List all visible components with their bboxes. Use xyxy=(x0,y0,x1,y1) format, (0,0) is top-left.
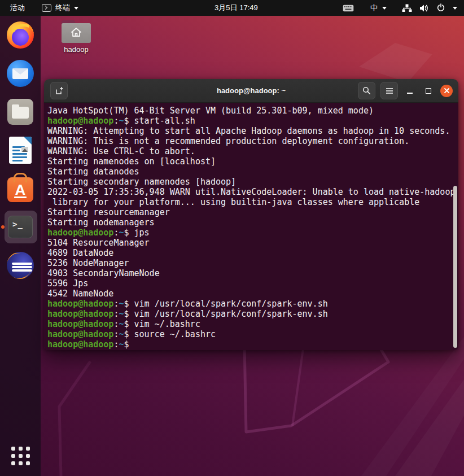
dock-item-show-applications[interactable] xyxy=(0,441,41,470)
firefox-icon xyxy=(7,21,34,49)
terminal-line: hadoop@hadoop:~$ vim /usr/local/spark/co… xyxy=(47,309,458,319)
chevron-down-icon xyxy=(382,7,387,10)
system-menu[interactable] xyxy=(402,3,457,12)
activities-button[interactable]: 活动 xyxy=(8,2,27,14)
new-tab-icon xyxy=(55,86,64,95)
focused-app-menu[interactable]: 终端 xyxy=(42,3,78,13)
dock-item-thunderbird[interactable] xyxy=(0,54,41,93)
keyboard-icon[interactable] xyxy=(343,5,354,12)
desktop: 活动 终端 3月5日 17:49 中 xyxy=(0,0,464,476)
power-icon xyxy=(436,3,445,12)
clock-button[interactable]: 3月5日 17:49 xyxy=(210,0,262,16)
terminal-line: 5104 ResourceManager xyxy=(47,238,458,248)
dock: A >_ xyxy=(0,16,41,476)
terminal-line: 4542 NameNode xyxy=(47,289,458,299)
hamburger-menu-icon xyxy=(386,88,393,94)
desktop-icon-hadoop[interactable]: hadoop xyxy=(54,20,98,54)
ubuntu-software-icon: A xyxy=(7,177,33,202)
terminal-icon: >_ xyxy=(8,216,33,238)
focused-app-name: 终端 xyxy=(55,3,70,13)
network-icon xyxy=(402,4,412,12)
terminal-line: Java HotSpot(TM) 64-Bit Server VM (build… xyxy=(47,106,458,116)
search-button[interactable] xyxy=(358,82,375,99)
dock-item-software[interactable]: A xyxy=(0,169,41,208)
terminal-line: hadoop@hadoop:~$ jps xyxy=(47,228,458,238)
terminal-line: 4903 SecondaryNameNode xyxy=(47,268,458,278)
dock-item-writer[interactable] xyxy=(0,131,41,169)
terminal-line: Starting namenodes on [localhost] xyxy=(47,156,458,167)
new-tab-button[interactable] xyxy=(50,82,68,99)
dock-item-eclipse[interactable] xyxy=(0,246,41,285)
menu-button[interactable] xyxy=(380,82,398,99)
terminal-line: 2022-03-05 17:35:36,948 WARN util.Native… xyxy=(47,187,458,197)
terminal-app-icon xyxy=(42,4,51,12)
clock-label: 3月5日 17:49 xyxy=(215,3,258,13)
close-icon xyxy=(444,88,450,94)
desktop-icon-label: hadoop xyxy=(64,45,88,54)
terminal-line: hadoop@hadoop:~$ vim /usr/local/spark/co… xyxy=(47,299,458,309)
maximize-button[interactable] xyxy=(422,84,435,98)
terminal-line: hadoop@hadoop:~$ source ~/.bashrc xyxy=(47,329,458,339)
maximize-icon xyxy=(426,88,431,94)
terminal-line: Starting resourcemanager xyxy=(47,207,458,217)
terminal-line: Starting nodemanagers xyxy=(47,217,458,228)
running-indicator-dot xyxy=(1,225,5,229)
scrollbar-thumb[interactable] xyxy=(453,186,457,348)
thunderbird-icon xyxy=(7,60,34,87)
files-icon xyxy=(7,99,33,125)
terminal-line: hadoop@hadoop:~$ vim ~/.bashrc xyxy=(47,319,458,329)
terminal-output: Java HotSpot(TM) 64-Bit Server VM (build… xyxy=(47,106,458,350)
terminal-content[interactable]: Java HotSpot(TM) 64-Bit Server VM (build… xyxy=(44,103,458,350)
terminal-window: hadoop@hadoop: ~ xyxy=(44,79,458,350)
input-method-menu[interactable]: 中 xyxy=(370,3,387,13)
terminal-line: hadoop@hadoop:~$ start-all.sh xyxy=(47,116,458,126)
minimize-icon xyxy=(407,93,413,94)
input-method-label: 中 xyxy=(370,3,378,13)
search-icon xyxy=(362,86,371,95)
top-bar: 活动 终端 3月5日 17:49 中 xyxy=(0,0,464,16)
minimize-button[interactable] xyxy=(403,84,417,98)
libreoffice-writer-icon xyxy=(9,137,32,164)
app-grid-icon xyxy=(11,447,30,465)
home-icon xyxy=(70,27,82,38)
home-folder-icon xyxy=(62,20,91,43)
terminal-line: 5236 NodeManager xyxy=(47,258,458,268)
dock-item-terminal[interactable]: >_ xyxy=(0,208,41,246)
terminal-line: WARNING: This is not a recommended produ… xyxy=(47,136,458,146)
terminal-line: 4689 DataNode xyxy=(47,248,458,258)
terminal-line: hadoop@hadoop:~$ xyxy=(47,339,458,350)
close-button[interactable] xyxy=(440,85,453,97)
terminal-line: WARNING: Use CTRL-C to abort. xyxy=(47,146,458,156)
dock-item-files[interactable] xyxy=(0,93,41,131)
terminal-line: 5596 Jps xyxy=(47,278,458,289)
terminal-line: library for your platform... using built… xyxy=(47,197,458,207)
window-titlebar[interactable]: hadoop@hadoop: ~ xyxy=(44,79,458,103)
dock-item-firefox[interactable] xyxy=(0,16,41,54)
eclipse-icon xyxy=(7,252,34,279)
terminal-line: Starting datanodes xyxy=(47,167,458,177)
chevron-down-icon xyxy=(453,7,457,10)
volume-icon xyxy=(419,4,429,12)
chevron-down-icon xyxy=(74,7,78,10)
terminal-line: Starting secondary namenodes [hadoop] xyxy=(47,177,458,187)
terminal-line: WARNING: Attempting to start all Apache … xyxy=(47,126,458,136)
